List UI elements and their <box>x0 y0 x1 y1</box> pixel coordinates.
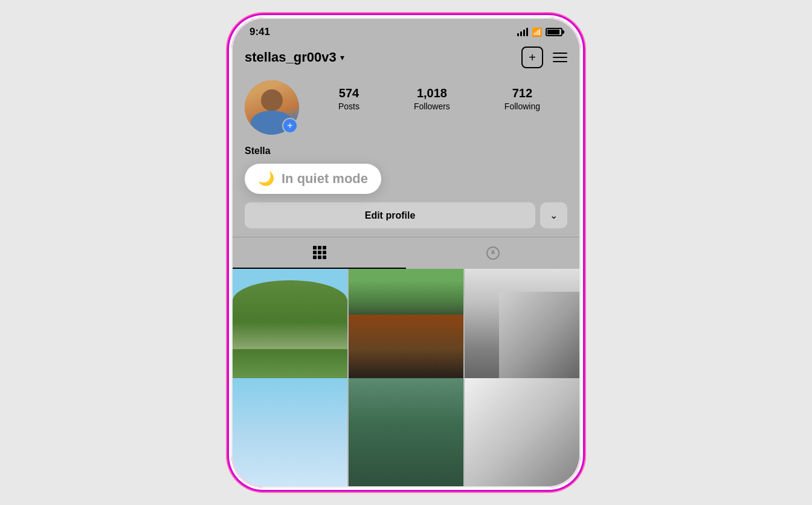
posts-stat[interactable]: 574 Posts <box>338 86 359 111</box>
username-area[interactable]: stellas_gr00v3 ▾ <box>245 50 344 65</box>
posts-label: Posts <box>338 101 359 111</box>
quiet-mode-container: 🌙 In quiet mode <box>245 164 567 194</box>
wifi-icon: 📶 <box>532 27 542 37</box>
status-bar: 9:41 📶 <box>233 19 579 42</box>
tab-bar <box>233 237 579 269</box>
phone-frame: 9:41 📶 stellas_gr00v3 ▾ <box>231 17 581 488</box>
quiet-mode-pill[interactable]: 🌙 In quiet mode <box>245 164 381 194</box>
photo-cell-1[interactable] <box>233 269 347 384</box>
following-count: 712 <box>512 86 532 100</box>
profile-stats-area: + 574 Posts 1,018 Followers 712 Followin… <box>233 76 579 143</box>
followers-count: 1,018 <box>417 86 447 100</box>
photo-cell-4[interactable] <box>233 378 347 486</box>
photo-grid <box>233 269 579 486</box>
grid-icon <box>313 246 326 259</box>
stats-container: 574 Posts 1,018 Followers 712 Following <box>311 80 567 111</box>
status-icons: 📶 <box>517 27 562 37</box>
quiet-mode-text: In quiet mode <box>282 171 368 187</box>
photo-cell-6[interactable] <box>465 378 579 486</box>
phone-inner: 9:41 📶 stellas_gr00v3 ▾ <box>233 19 579 486</box>
following-label: Following <box>504 101 540 111</box>
following-stat[interactable]: 712 Following <box>504 86 540 111</box>
avatar-container[interactable]: + <box>245 80 299 135</box>
followers-stat[interactable]: 1,018 Followers <box>414 86 450 111</box>
edit-profile-button[interactable]: Edit profile <box>245 202 535 228</box>
dropdown-arrow-icon[interactable]: ▾ <box>340 53 344 62</box>
username-label: stellas_gr00v3 <box>245 50 337 65</box>
svg-point-3 <box>492 251 494 252</box>
tab-tagged[interactable] <box>406 237 579 269</box>
signal-icon <box>517 28 528 36</box>
tab-grid[interactable] <box>233 237 406 269</box>
battery-icon <box>546 28 562 36</box>
display-name: Stella <box>245 146 271 156</box>
tag-icon <box>486 246 500 260</box>
moon-icon: 🌙 <box>258 171 274 187</box>
add-story-button[interactable]: + <box>282 118 298 133</box>
posts-count: 574 <box>339 86 359 100</box>
add-post-button[interactable]: + <box>521 47 543 68</box>
status-time: 9:41 <box>250 26 270 38</box>
profile-options-button[interactable]: ⌄ <box>540 202 567 228</box>
header-actions: + <box>521 47 567 68</box>
photo-cell-2[interactable] <box>349 269 463 384</box>
menu-button[interactable] <box>553 53 567 62</box>
profile-name-area: Stella <box>233 143 579 164</box>
edit-profile-area: Edit profile ⌄ <box>233 202 579 237</box>
followers-label: Followers <box>414 101 450 111</box>
photo-cell-3[interactable] <box>465 269 579 384</box>
photo-cell-5[interactable] <box>349 378 463 486</box>
profile-header: stellas_gr00v3 ▾ + <box>233 42 579 76</box>
